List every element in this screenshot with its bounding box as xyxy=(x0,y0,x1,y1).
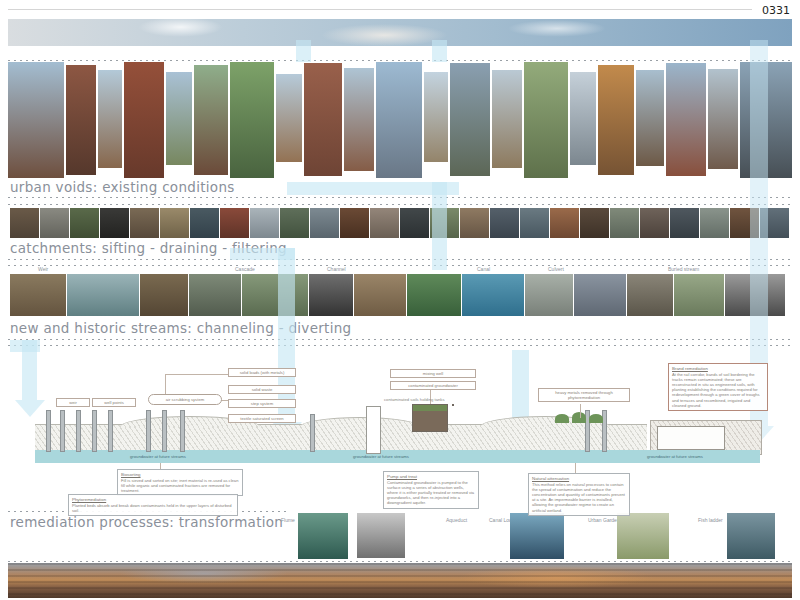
dotted-separator xyxy=(8,339,792,340)
top-rule xyxy=(8,9,752,10)
annotation-pump-and-treat: Pump and treat Contaminated groundwater … xyxy=(383,471,479,509)
diagram-box: weir xyxy=(56,398,90,407)
photo-tile xyxy=(340,208,369,238)
photo-tile xyxy=(610,208,639,238)
photo-tile xyxy=(250,208,279,238)
diagram-box: contaminated groundwater xyxy=(390,381,476,390)
well-post xyxy=(310,414,315,452)
photo-tile xyxy=(344,68,374,171)
photo-tile xyxy=(242,274,308,316)
photo-tile xyxy=(130,208,159,238)
photo-tile xyxy=(627,274,673,316)
photo-tile xyxy=(190,208,219,238)
groundwater-label: groundwater at future streams xyxy=(130,454,186,459)
flow-arrow xyxy=(432,40,447,62)
well-post xyxy=(146,410,151,452)
annotation-biosorting: Biosorting Fill is sieved and sorted on … xyxy=(117,469,243,496)
photo-tile xyxy=(189,274,241,316)
diagram-box: well points xyxy=(92,398,136,407)
diagram-box: step system xyxy=(228,399,296,408)
groundwater-label: groundwater at future streams xyxy=(353,454,409,459)
photo-tile xyxy=(160,208,189,238)
diagram-label: contaminated soils holding tanks xyxy=(384,397,445,402)
photo-tile xyxy=(276,74,302,162)
photo-tile xyxy=(617,513,669,559)
photo-tile xyxy=(525,274,573,316)
photo-tile xyxy=(304,63,342,176)
dotted-separator xyxy=(8,197,792,198)
diagram-box: mixing well xyxy=(390,369,476,378)
photo-tile xyxy=(666,63,706,176)
well-post xyxy=(602,410,607,452)
photo-tile xyxy=(70,208,99,238)
well-post xyxy=(108,410,113,452)
photo-tile xyxy=(140,274,188,316)
photo-tile xyxy=(370,208,399,238)
groundwater-label: groundwater at future streams xyxy=(647,454,703,459)
air-scrubbing-label: air scrubbing system xyxy=(148,394,222,405)
stream-caption: Channel xyxy=(327,266,346,272)
photo-tile xyxy=(230,62,274,178)
photo-tile xyxy=(67,274,139,316)
remediation-photo-strip xyxy=(0,513,800,561)
stream-caption: Canal xyxy=(477,266,490,272)
urban-voids-photo-strip xyxy=(8,62,792,178)
diagram-box: solid loads (with metals) xyxy=(228,368,296,377)
photo-tile xyxy=(194,65,228,175)
phytoremediation-plant xyxy=(589,414,603,423)
flow-arrow xyxy=(278,248,295,422)
photo-tile xyxy=(10,274,66,316)
photo-tile xyxy=(492,70,522,168)
photo-tile xyxy=(124,62,164,178)
stream-caption: Weir xyxy=(38,266,48,272)
well-post xyxy=(46,410,51,452)
diagram-box: solid waste xyxy=(228,385,296,394)
photo-tile xyxy=(66,65,96,175)
photo-tile xyxy=(298,513,348,559)
photo-tile xyxy=(40,208,69,238)
photo-tile xyxy=(574,274,626,316)
photo-tile xyxy=(640,208,669,238)
photo-tile xyxy=(354,274,406,316)
stream-caption: Culvert xyxy=(548,266,564,272)
photo-tile xyxy=(8,62,64,178)
photo-tile xyxy=(10,208,39,238)
dotted-separator xyxy=(8,259,792,260)
flow-arrow xyxy=(512,350,529,420)
photo-tile xyxy=(460,208,489,238)
photo-tile xyxy=(490,208,519,238)
section-mound xyxy=(300,417,420,427)
dotted-separator xyxy=(8,60,792,61)
section-label-urban-voids: urban voids: existing conditions xyxy=(10,179,235,195)
annotation-rail-remediation: Brand remediation At the rail corridor, … xyxy=(668,363,768,411)
well-post xyxy=(60,410,65,452)
photo-tile xyxy=(450,63,490,176)
culvert-face xyxy=(657,426,725,450)
photo-tile xyxy=(407,274,461,316)
photo-tile xyxy=(400,208,429,238)
section-label-streams: new and historic streams: channeling - d… xyxy=(10,320,351,336)
photo-tile xyxy=(520,208,549,238)
photo-tile xyxy=(598,65,634,175)
diagram-box: heavy metals removed through phytoremedi… xyxy=(538,388,630,402)
photo-tile xyxy=(166,72,192,165)
annotation-natural-attenuation: Natural attenuation This method relies o… xyxy=(528,473,630,516)
phytoremediation-plant xyxy=(555,414,569,423)
groundwater-band: groundwater at future streamsgroundwater… xyxy=(35,450,760,463)
photo-tile xyxy=(220,208,249,238)
stream-caption: Buried stream xyxy=(668,266,699,272)
photo-tile xyxy=(580,208,609,238)
section-ground-hatch xyxy=(35,424,647,453)
page-number: 0331 xyxy=(762,4,790,17)
photo-tile xyxy=(462,274,524,316)
photo-tile xyxy=(280,208,309,238)
well-post xyxy=(76,410,81,452)
photo-tile xyxy=(670,208,699,238)
sunset-water-banner-image xyxy=(8,563,792,598)
photo-tile xyxy=(98,70,122,168)
photo-tile xyxy=(310,208,339,238)
catchments-photo-strip xyxy=(10,208,790,238)
flow-arrowhead xyxy=(15,400,45,417)
photo-tile xyxy=(570,72,596,165)
photo-tile xyxy=(636,70,664,166)
